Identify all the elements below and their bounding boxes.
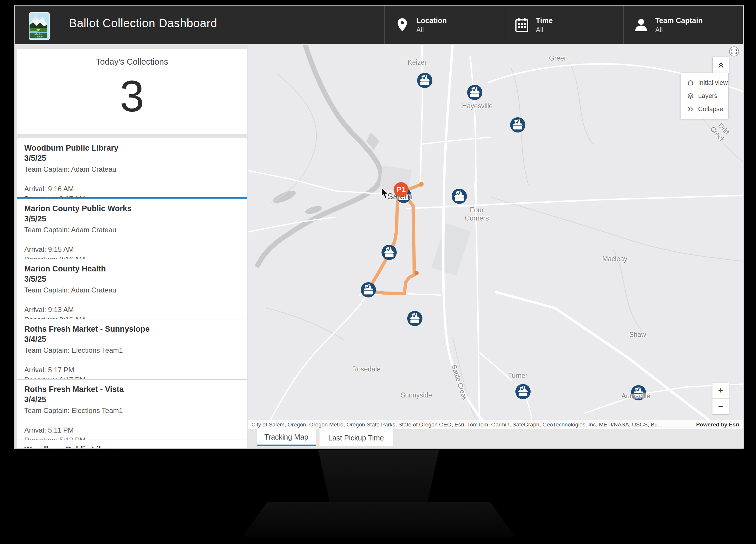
collection-arrival: Arrival: 9:13 AM <box>24 305 240 315</box>
collection-arrival: Arrival: 5:17 PM <box>24 365 240 375</box>
collection-captain: Team Captain: Adam Crateau <box>24 286 240 294</box>
filter-value: All <box>655 26 703 34</box>
ballot-box-marker[interactable] <box>467 85 482 100</box>
expand-icon <box>731 49 737 54</box>
list-item[interactable]: Woodburn Public Library <box>17 440 247 448</box>
ballot-box-marker[interactable] <box>631 385 646 400</box>
monitor-stage: Marion County Ballot Collection Dashboar… <box>0 0 756 544</box>
ballot-box-marker[interactable] <box>452 189 467 204</box>
collection-captain: Team Captain: Adam Crateau <box>24 165 240 173</box>
list-item[interactable]: Woodburn Public Library 3/5/25 Team Capt… <box>17 138 247 198</box>
double-chevron-right-icon <box>687 106 694 113</box>
collection-captain: Team Captain: Adam Crateau <box>24 226 240 234</box>
filter-label: Location <box>416 15 447 26</box>
p1-route-marker[interactable]: P1 <box>394 182 408 197</box>
filter-value: All <box>536 26 553 34</box>
collection-date: 3/5/25 <box>24 214 240 224</box>
mouse-cursor <box>381 187 391 200</box>
ballot-box-marker[interactable] <box>407 311 422 326</box>
layers-icon <box>687 92 694 99</box>
page-title: Ballot Collection Dashboard <box>69 17 217 30</box>
summary-title: Today's Collections <box>17 49 247 67</box>
todays-collections-card: Today's Collections 3 <box>17 49 247 134</box>
filter-location[interactable]: Location All <box>384 6 504 44</box>
filter-label: Time <box>536 15 553 26</box>
powered-by-esri: Powered by Esri <box>696 422 739 428</box>
tracking-map[interactable]: GreenKeizerHayesvilleFour CornersMacleay… <box>248 45 743 429</box>
double-chevron-up-icon <box>717 61 725 69</box>
collection-name: Marion County Health <box>24 264 240 274</box>
collection-name: Marion County Public Works <box>24 203 240 214</box>
collection-captain: Team Captain: Elections Team1 <box>24 407 240 415</box>
collection-date: 3/5/25 <box>24 274 240 284</box>
collection-name: Roths Fresh Market - Sunnyslope <box>24 324 240 334</box>
collection-date: 3/4/25 <box>24 395 240 405</box>
home-icon <box>687 79 694 86</box>
collection-date: 3/5/25 <box>24 153 240 163</box>
ballot-box-marker[interactable] <box>382 245 397 260</box>
zoom-in-button[interactable]: + <box>712 383 729 398</box>
list-item[interactable]: Marion County Public Works 3/5/25 Team C… <box>17 198 247 259</box>
collection-list: Woodburn Public Library 3/5/25 Team Capt… <box>17 138 247 448</box>
attribution-text: City of Salem, Oregon, Oregon Metro, Ore… <box>251 422 662 428</box>
menu-item-layers[interactable]: Layers <box>681 92 728 100</box>
filter-value: All <box>416 26 447 34</box>
roads <box>248 45 743 429</box>
menu-item-label: Layers <box>698 92 717 100</box>
widget-collapse-button[interactable] <box>713 57 729 73</box>
summary-count: 3 <box>17 67 247 126</box>
dashboard-screen: Marion County Ballot Collection Dashboar… <box>14 5 744 449</box>
monitor-stand-neck <box>314 450 443 502</box>
collection-name: Woodburn Public Library <box>24 445 240 448</box>
collection-date: 3/4/25 <box>24 334 240 345</box>
menu-item-collapse[interactable]: Collapse <box>681 105 728 113</box>
bottom-tabbar: Tracking Map Last Pickup Time <box>248 429 743 448</box>
filter-bar: Location All Time <box>384 6 743 44</box>
menu-item-label: Collapse <box>698 105 723 113</box>
location-pin-icon <box>396 18 409 32</box>
collection-arrival: Arrival: 5:11 PM <box>24 425 240 435</box>
menu-item-label: Initial view <box>698 79 728 87</box>
menu-item-initial-view[interactable]: Initial view <box>681 79 728 87</box>
collection-name: Roths Fresh Market - Vista <box>24 384 240 395</box>
tab-last-pickup-time[interactable]: Last Pickup Time <box>320 429 393 446</box>
collection-route <box>369 184 421 294</box>
calendar-icon <box>515 18 528 32</box>
zoom-control: + − <box>712 383 729 414</box>
filter-team-captain[interactable]: Team Captain All <box>623 6 743 44</box>
map-attribution: City of Salem, Oregon, Oregon Metro, Ore… <box>248 420 743 429</box>
collections-sidebar: Today's Collections 3 Woodburn Public Li… <box>17 46 247 448</box>
ballot-box-marker[interactable] <box>515 384 531 399</box>
filter-time[interactable]: Time All <box>504 6 624 44</box>
zoom-out-button[interactable]: − <box>712 398 729 414</box>
logo-art: Marion County <box>30 13 47 38</box>
route-endpoint <box>419 182 424 186</box>
route-waypoint <box>415 271 419 275</box>
monitor-stand-base <box>243 499 515 537</box>
list-item[interactable]: Roths Fresh Market - Vista 3/4/25 Team C… <box>17 379 247 440</box>
filter-label: Team Captain <box>655 15 703 26</box>
app-header: Marion County Ballot Collection Dashboar… <box>15 6 743 44</box>
map-canvas <box>248 45 743 429</box>
svg-text:County: County <box>35 35 42 38</box>
marion-county-logo: Marion County <box>29 12 50 40</box>
ballot-box-marker[interactable] <box>417 73 432 88</box>
collection-captain: Team Captain: Elections Team1 <box>24 346 240 355</box>
list-item[interactable]: Roths Fresh Market - Sunnyslope 3/4/25 T… <box>17 319 247 379</box>
tab-tracking-map[interactable]: Tracking Map <box>257 429 316 446</box>
map-tools-menu: Initial view Layers <box>681 73 728 119</box>
collection-arrival: Arrival: 9:15 AM <box>24 244 240 254</box>
river <box>257 45 381 267</box>
fullscreen-expand-button[interactable] <box>729 46 739 56</box>
ballot-box-marker[interactable] <box>510 117 525 132</box>
collection-arrival: Arrival: 9:16 AM <box>24 184 240 194</box>
collection-name: Woodburn Public Library <box>24 143 240 153</box>
person-icon <box>635 18 648 32</box>
ballot-box-marker[interactable] <box>361 282 376 298</box>
list-item[interactable]: Marion County Health 3/5/25 Team Captain… <box>17 259 247 319</box>
